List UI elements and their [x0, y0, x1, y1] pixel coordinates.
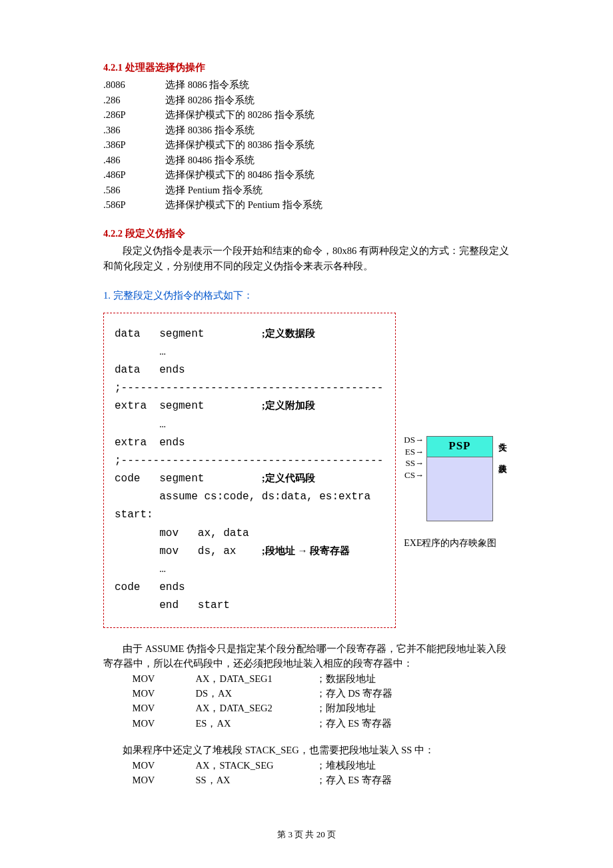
section-4-2-2-title: 4.2.2 段定义伪指令: [103, 226, 516, 241]
directive-name: .586P: [103, 197, 165, 212]
directive-name: .386P: [103, 137, 165, 152]
operands: SS，AX: [196, 773, 316, 787]
directive-name: .286: [103, 93, 165, 107]
page: 4.2.1 处理器选择伪操作 .8086选择 8086 指令系统.286选择 8…: [0, 0, 613, 868]
directive-desc: 选择 8086 指令系统: [165, 77, 334, 92]
directive-name: .486: [103, 153, 165, 167]
directive-desc: 选择保护模式下的 80486 指令系统: [165, 167, 334, 182]
directive-row: .586P选择保护模式下的 Pentium 指令系统: [103, 197, 334, 212]
operands: AX，STACK_SEG: [196, 758, 316, 773]
directive-row: .8086选择 8086 指令系统: [103, 77, 334, 92]
directive-desc: 选择 Pentium 指令系统: [165, 183, 334, 197]
comment: ；堆栈段地址: [316, 758, 392, 773]
instruction-row: MOVAX，DATA_SEG2；附加段地址: [133, 701, 393, 715]
instruction-table-2: MOVAX，STACK_SEG；堆栈段地址MOVSS，AX；存入 ES 寄存器: [133, 758, 392, 788]
directive-row: .286P选择保护模式下的 80286 指令系统: [103, 107, 334, 122]
mnemonic: MOV: [133, 773, 196, 787]
directive-desc: 选择 80386 指令系统: [165, 123, 334, 137]
directive-name: .586: [103, 183, 165, 197]
directive-table: .8086选择 8086 指令系统.286选择 80286 指令系统.286P选…: [103, 77, 334, 212]
subsection-1-title: 1. 完整段定义伪指令的格式如下：: [103, 288, 516, 303]
es-label: ES→: [404, 446, 424, 458]
comment: ；存入 ES 寄存器: [316, 716, 393, 731]
directive-row: .386选择 80386 指令系统: [103, 123, 334, 137]
directive-name: .486P: [103, 167, 165, 182]
directive-row: .586选择 Pentium 指令系统: [103, 183, 334, 197]
file-header-label: 文件头: [496, 436, 509, 457]
operands: ES，AX: [196, 716, 316, 731]
mnemonic: MOV: [133, 716, 196, 731]
ss-label: SS→: [404, 457, 424, 469]
assume-explanation: 由于 ASSUME 伪指令只是指定某个段分配给哪一个段寄存器，它并不能把段地址装…: [103, 641, 516, 671]
memory-blocks: PSP: [426, 436, 493, 521]
comment: ；存入 ES 寄存器: [316, 773, 392, 787]
directive-desc: 选择保护模式下的 80386 指令系统: [165, 137, 334, 152]
figure-row: data segment ;定义数据段 … data ends ;-------…: [103, 313, 516, 628]
mnemonic: MOV: [133, 686, 196, 701]
directive-desc: 选择保护模式下的 Pentium 指令系统: [165, 197, 334, 212]
stack-seg-note: 如果程序中还定义了堆栈段 STACK_SEG，也需要把段地址装入 SS 中：: [103, 743, 516, 757]
psp-block: PSP: [427, 437, 492, 457]
mnemonic: MOV: [133, 758, 196, 773]
memory-diagram-body: DS→ ES→ SS→ CS→ PSP 文件头 装入模块: [404, 436, 509, 521]
instruction-row: MOVES，AX；存入 ES 寄存器: [133, 716, 393, 731]
ds-label: DS→: [404, 434, 424, 446]
cs-label: CS→: [404, 469, 424, 481]
directive-row: .486P选择保护模式下的 80486 指令系统: [103, 167, 334, 182]
directive-name: .286P: [103, 107, 165, 122]
instruction-row: MOVDS，AX；存入 DS 寄存器: [133, 686, 393, 701]
section-4-2-1-title: 4.2.1 处理器选择伪操作: [103, 60, 516, 75]
operands: AX，DATA_SEG2: [196, 701, 316, 715]
comment: ；数据段地址: [316, 671, 393, 686]
directive-name: .8086: [103, 77, 165, 92]
page-number: 第 3 页 共 20 页: [0, 828, 613, 841]
instruction-row: MOVAX，STACK_SEG；堆栈段地址: [133, 758, 392, 773]
instruction-row: MOVAX，DATA_SEG1；数据段地址: [133, 671, 393, 686]
instruction-row: MOVSS，AX；存入 ES 寄存器: [133, 773, 392, 787]
directive-desc: 选择 80286 指令系统: [165, 93, 334, 107]
mnemonic: MOV: [133, 701, 196, 715]
segment-register-labels: DS→ ES→ SS→ CS→: [404, 434, 424, 482]
memory-diagram: DS→ ES→ SS→ CS→ PSP 文件头 装入模块 EXE程序的内存映象图: [404, 436, 509, 551]
comment: ；附加段地址: [316, 701, 393, 715]
operands: AX，DATA_SEG1: [196, 671, 316, 686]
code-example: data segment ;定义数据段 … data ends ;-------…: [103, 313, 396, 628]
directive-desc: 选择保护模式下的 80286 指令系统: [165, 107, 334, 122]
instruction-table-1: MOVAX，DATA_SEG1；数据段地址MOVDS，AX；存入 DS 寄存器M…: [133, 671, 393, 731]
section-4-2-2-intro: 段定义伪指令是表示一个段开始和结束的命令，80x86 有两种段定义的方式：完整段…: [103, 243, 516, 273]
directive-row: .286选择 80286 指令系统: [103, 93, 334, 107]
load-module-label: 装入模块: [496, 457, 509, 521]
mnemonic: MOV: [133, 671, 196, 686]
directive-desc: 选择 80486 指令系统: [165, 153, 334, 167]
directive-row: .386P选择保护模式下的 80386 指令系统: [103, 137, 334, 152]
comment: ；存入 DS 寄存器: [316, 686, 393, 701]
directive-row: .486选择 80486 指令系统: [103, 153, 334, 167]
right-labels: 文件头 装入模块: [496, 436, 509, 521]
module-block: [427, 457, 492, 521]
directive-name: .386: [103, 123, 165, 137]
memory-diagram-caption: EXE程序的内存映象图: [404, 536, 509, 551]
operands: DS，AX: [196, 686, 316, 701]
